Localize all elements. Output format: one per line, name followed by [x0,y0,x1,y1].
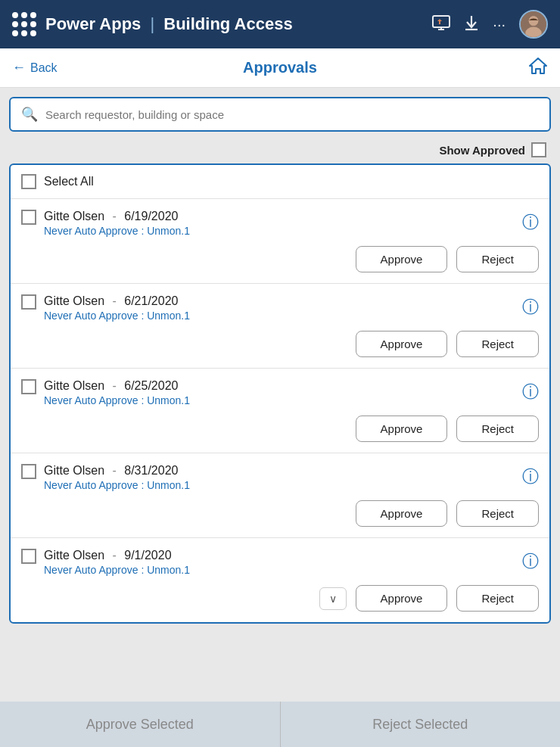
app-title: Power Apps | Building Access [45,14,423,34]
select-all-label: Select All [44,175,94,188]
reject-selected-button[interactable]: Reject Selected [281,702,561,747]
item-date-4: 9/1/2020 [124,549,171,562]
info-icon-0[interactable]: ⓘ [522,211,539,234]
avatar[interactable] [519,10,548,39]
approval-item-3: Gitte Olsen - 8/31/2020 Never Auto Appro… [11,453,549,538]
approval-item-1: Gitte Olsen - 6/21/2020 Never Auto Appro… [11,284,549,369]
svg-rect-0 [433,16,450,27]
approval-item-2: Gitte Olsen - 6/25/2020 Never Auto Appro… [11,369,549,453]
approve-btn-4[interactable]: Approve [356,585,448,612]
home-icon[interactable] [528,56,548,80]
item-sub-1: Never Auto Approve : Unmon.1 [44,310,190,322]
svg-marker-11 [530,58,546,73]
item-date-0: 6/19/2020 [124,210,178,223]
item-name-4: Gitte Olsen [44,549,104,562]
download-icon[interactable] [464,14,479,35]
item-name-2: Gitte Olsen [44,379,104,392]
screen-icon[interactable] [432,15,450,34]
select-all-checkbox[interactable] [21,174,36,189]
approval-item-0: Gitte Olsen - 6/19/2020 Never Auto Appro… [11,199,549,284]
reject-btn-4[interactable]: Reject [456,585,539,612]
item-date-1: 6/21/2020 [124,294,178,307]
info-icon-4[interactable]: ⓘ [522,550,539,573]
item-sub-4: Never Auto Approve : Unmon.1 [44,564,190,576]
nav-title: Approvals [243,59,317,76]
approvals-list: Select All Gitte Olsen - 6/19/2020 Never… [9,163,551,624]
grid-icon[interactable] [12,12,36,36]
item-name-date-3: Gitte Olsen - 8/31/2020 [44,464,190,478]
item-name-0: Gitte Olsen [44,210,104,223]
item-checkbox-4[interactable] [21,549,36,564]
back-button[interactable]: ← Back [12,60,58,76]
bottom-bar: Approve Selected Reject Selected [0,702,560,747]
item-sub-2: Never Auto Approve : Unmon.1 [44,394,190,406]
page-name: Building Access [163,14,292,33]
item-sub-0: Never Auto Approve : Unmon.1 [44,225,190,237]
title-separator: | [150,14,154,33]
search-container: 🔍 [9,97,551,132]
approve-btn-1[interactable]: Approve [356,331,448,357]
app-name: Power Apps [45,14,141,33]
show-approved-row: Show Approved [9,139,551,163]
svg-point-10 [529,16,539,26]
approval-item-4: Gitte Olsen - 9/1/2020 Never Auto Approv… [11,538,549,622]
item-name-date-4: Gitte Olsen - 9/1/2020 [44,549,190,562]
item-checkbox-3[interactable] [21,464,36,479]
item-checkbox-2[interactable] [21,379,36,394]
item-name-1: Gitte Olsen [44,294,104,307]
more-icon[interactable]: ··· [493,16,506,33]
reject-btn-0[interactable]: Reject [456,246,539,272]
item-name-3: Gitte Olsen [44,464,104,477]
info-icon-1[interactable]: ⓘ [522,296,539,319]
item-name-date-2: Gitte Olsen - 6/25/2020 [44,379,190,393]
back-label: Back [30,61,58,75]
select-all-row: Select All [11,165,549,199]
approve-btn-0[interactable]: Approve [356,246,448,272]
reject-btn-1[interactable]: Reject [456,331,539,357]
reject-btn-3[interactable]: Reject [456,500,539,527]
search-icon: 🔍 [21,106,38,123]
info-icon-2[interactable]: ⓘ [522,381,539,403]
search-input[interactable] [45,108,539,121]
item-checkbox-0[interactable] [21,210,36,225]
main-content: 🔍 Show Approved Select All Gitte Olsen - [0,88,560,677]
item-date-2: 6/25/2020 [124,379,178,392]
approve-selected-button[interactable]: Approve Selected [0,702,281,747]
item-name-date-1: Gitte Olsen - 6/21/2020 [44,294,190,308]
reject-btn-2[interactable]: Reject [456,416,539,442]
show-approved-checkbox[interactable] [531,142,546,157]
info-icon-3[interactable]: ⓘ [522,465,539,488]
show-approved-label: Show Approved [439,144,525,157]
nav-bar: ← Back Approvals [0,48,560,88]
top-bar: Power Apps | Building Access ··· [0,0,560,48]
top-bar-icons: ··· [432,10,548,39]
back-arrow-icon: ← [12,60,26,76]
item-sub-3: Never Auto Approve : Unmon.1 [44,479,190,491]
chevron-btn-4[interactable]: ∨ [319,587,347,610]
item-name-date-0: Gitte Olsen - 6/19/2020 [44,210,190,223]
item-date-3: 8/31/2020 [124,464,178,477]
approve-btn-2[interactable]: Approve [356,416,448,442]
item-checkbox-1[interactable] [21,294,36,310]
approve-btn-3[interactable]: Approve [356,500,448,527]
svg-marker-4 [437,19,442,21]
